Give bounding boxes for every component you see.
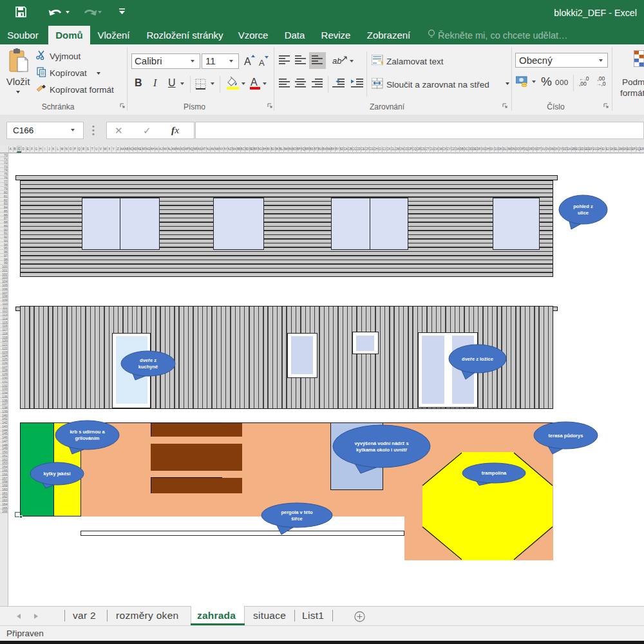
svg-text:kytkama okolo i uvnitř: kytkama okolo i uvnitř xyxy=(356,447,407,453)
svg-text:ulice: ulice xyxy=(578,210,589,216)
svg-text:kuchyně: kuchyně xyxy=(138,364,158,370)
svg-text:dveře z ložice: dveře z ložice xyxy=(462,356,493,362)
svg-text:kytky jakési: kytky jakési xyxy=(43,471,70,477)
svg-text:grilováním: grilováním xyxy=(75,435,100,441)
svg-text:pohled z: pohled z xyxy=(573,204,593,209)
svg-text:trampolína: trampolína xyxy=(482,470,507,476)
svg-text:krb s udírnou a: krb s udírnou a xyxy=(70,429,105,435)
svg-text:šířce: šířce xyxy=(291,516,303,522)
svg-text:dveře z: dveře z xyxy=(140,357,156,363)
svg-text:terasa půdorys: terasa půdorys xyxy=(549,433,583,439)
svg-text:pergola v této: pergola v této xyxy=(281,509,313,515)
svg-text:vyvýšená vodní nádrž s: vyvýšená vodní nádrž s xyxy=(354,440,408,446)
